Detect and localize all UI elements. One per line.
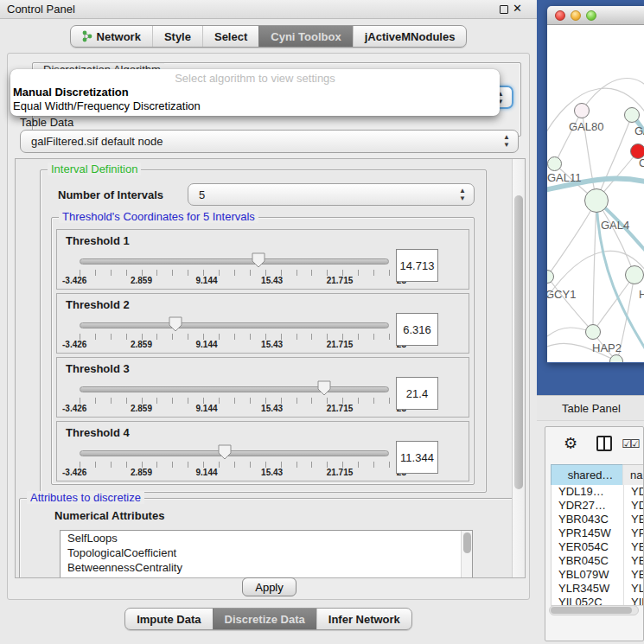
threshold-4-slider[interactable] [80,450,389,456]
list-scrollbar[interactable] [461,531,472,578]
select-columns-icon[interactable]: ☑☑ [622,437,638,450]
dropdown-option-equal-width[interactable]: Equal Width/Frequency Discretization [10,99,500,112]
tab-impute-data[interactable]: Impute Data [125,609,212,629]
table-row[interactable]: YDR27…YDR2 [552,499,644,513]
table-data-combobox[interactable]: galFiltered.sif default node ▲▼ [20,130,519,153]
gear-icon[interactable]: ⚙ [564,434,577,453]
number-of-intervals-combobox[interactable]: 5 ▲▼ [188,183,475,206]
number-of-intervals-label: Number of Intervals [58,188,163,201]
settings-scroll-panel: Interval Definition Number of Intervals … [15,158,526,578]
close-icon[interactable]: ✕ [513,2,522,15]
threshold-3-panel: Threshold 3 -3.4262.8599.144 15.4321.715… [56,357,469,418]
attributes-group: Attributes to discretize Numerical Attri… [19,498,513,578]
table-data-label: Table Data [20,116,73,129]
dropdown-placeholder-option[interactable]: Select algorithm to view settings [10,69,500,85]
node-label: GA [634,124,644,137]
float-window-icon[interactable] [500,5,508,14]
network-node[interactable] [624,107,640,123]
numerical-attributes-list: SelfLoops TopologicalCoefficient Between… [60,530,473,578]
network-window-titlebar[interactable] [547,6,644,25]
table-row[interactable]: YBR045CYBR0 [552,554,644,568]
table-data-value: galFiltered.sif default node [31,135,163,148]
network-node[interactable] [585,324,601,340]
tab-network[interactable]: Network [71,26,152,47]
list-item[interactable]: SelfLoops [61,531,472,545]
network-window: GAL80 GA C GAL11 GAL4 GCY1 H HAP2 [547,6,644,363]
network-node[interactable] [584,188,609,213]
slider-ticks [80,270,390,276]
threshold-1-value[interactable]: 14.713 [396,249,438,282]
table-row[interactable]: YBL079WYBL0 [552,568,644,582]
threshold-1-panel: Threshold 1 -3.4262.8599.144 15.4321.715… [56,229,469,290]
settings-scrollbar[interactable] [512,159,525,577]
tab-select[interactable]: Select [202,26,258,47]
node-label: GAL11 [547,171,582,184]
tab-infer-network[interactable]: Infer Network [316,609,411,629]
bottom-tab-bar: Impute Data Discretize Data Infer Networ… [0,608,537,630]
dropdown-option-manual[interactable]: Manual Discretization [10,85,500,99]
list-item[interactable]: TopologicalCoefficient [61,545,472,560]
threshold-2-slider[interactable] [80,322,389,328]
threshold-3-value[interactable]: 21.4 [396,377,438,410]
apply-button[interactable]: Apply [242,577,296,596]
threshold-4-value[interactable]: 11.344 [396,441,438,474]
threshold-4-panel: Threshold 4 -3.4262.8599.144 15.4321.715… [56,421,469,481]
minimize-traffic-light-icon[interactable] [571,10,581,21]
thresholds-group: Threshold's Coordinates for 5 Intervals … [51,217,475,485]
threshold-2-value[interactable]: 6.316 [396,313,438,346]
slider-ticks [80,398,390,404]
network-canvas[interactable]: GAL80 GA C GAL11 GAL4 GCY1 H HAP2 [547,25,644,362]
top-tab-bar: Network Style Select Cyni Toolbox jActiv… [0,25,537,48]
tab-cyni-toolbox[interactable]: Cyni Toolbox [258,26,352,47]
column-header-name[interactable]: na [623,464,644,485]
network-node[interactable] [547,156,562,171]
slider-ticks [80,334,390,340]
network-desktop: GAL80 GA C GAL11 GAL4 GCY1 H HAP2 [537,0,644,395]
algorithm-dropdown-popup: Select algorithm to view settings Manual… [10,69,500,116]
node-table: shared… na YDL19…YDL1 YDR27…YDR2 YBR043C… [551,464,644,606]
tab-jactivemnodules[interactable]: jActiveMNodules [353,26,467,47]
threshold-2-panel: Threshold 2 -3.4262.8599.144 15.4321.715… [56,293,469,354]
network-node[interactable] [609,354,623,362]
list-item[interactable]: BetweennessCentrality [61,560,472,575]
cyni-toolbox-panel: Discretization Algorithm ▲▼ Table Data g… [7,53,530,600]
table-panel: ⚙ ☑☑ shared… na YDL19…YDL1 YDR27…YDR2 YB… [545,426,644,641]
network-node[interactable] [574,103,590,118]
panel-title: Control Panel [7,3,75,16]
table-horizontal-scrollbar[interactable] [549,605,639,615]
table-panel-header: Table Panel [537,395,644,421]
column-layout-icon[interactable] [596,436,612,451]
numerical-attributes-label: Numerical Attributes [54,509,164,522]
slider-ticks [80,462,390,468]
table-panel-title: Table Panel [562,402,621,415]
combo-spinner-icon: ▲▼ [459,187,466,202]
node-label: GCY1 [547,288,576,301]
network-icon [82,30,92,42]
threshold-1-slider[interactable] [80,258,389,265]
node-label: H [639,288,644,301]
node-label: GAL80 [569,120,603,133]
network-node[interactable] [625,265,644,284]
combo-spinner-icon: ▲▼ [503,133,510,149]
node-label: HAP2 [592,341,622,354]
zoom-traffic-light-icon[interactable] [586,10,596,21]
threshold-3-slider[interactable] [80,386,389,392]
interval-definition-group: Interval Definition Number of Intervals … [40,169,487,493]
table-row[interactable]: YER054CYER0 [552,540,644,554]
control-panel-titlebar: Control Panel [0,0,537,19]
table-row[interactable]: YPR145WYPR1 [552,526,644,540]
table-row[interactable]: YLR345WYLR3 [552,582,644,596]
column-header-shared-name[interactable]: shared… [551,464,623,485]
table-row[interactable]: YBR043CYBR0 [552,513,644,526]
tab-style[interactable]: Style [152,26,202,47]
table-row[interactable]: YDL19…YDL1 [552,485,644,499]
close-traffic-light-icon[interactable] [555,10,565,21]
tab-discretize-data[interactable]: Discretize Data [213,609,316,629]
node-label: GAL4 [601,219,629,232]
node-label: C [639,156,644,169]
